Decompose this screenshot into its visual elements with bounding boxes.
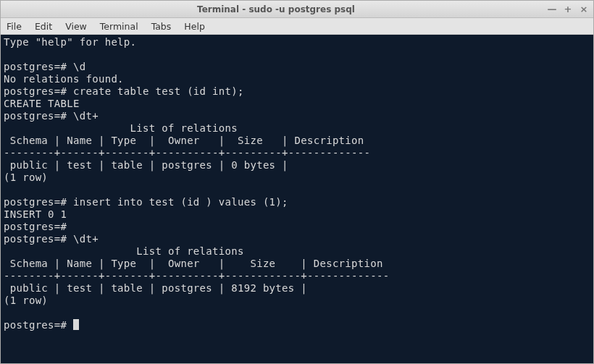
window-title: Terminal - sudo -u postgres psql xyxy=(5,4,547,14)
terminal-line: List of relations xyxy=(4,245,244,257)
menu-edit[interactable]: Edit xyxy=(35,21,52,32)
maximize-button[interactable]: + xyxy=(563,4,573,14)
close-button[interactable]: × xyxy=(579,4,589,14)
window-controls: — + × xyxy=(547,4,589,14)
menubar: File Edit View Terminal Tabs Help xyxy=(1,18,593,35)
terminal-prompt: postgres=# xyxy=(4,319,73,331)
terminal-line: postgres=# \dt+ xyxy=(4,233,99,245)
cursor-icon xyxy=(73,319,79,330)
menu-terminal[interactable]: Terminal xyxy=(100,21,138,32)
terminal-line: --------+------+-------+----------+-----… xyxy=(4,270,389,282)
terminal-line: Schema | Name | Type | Owner | Size | De… xyxy=(4,135,370,146)
terminal-window: Terminal - sudo -u postgres psql — + × F… xyxy=(0,0,594,364)
terminal-line: INSERT 0 1 xyxy=(4,208,67,220)
terminal-line: postgres=# \dt+ xyxy=(4,110,99,122)
terminal-line: public | test | table | postgres | 0 byt… xyxy=(4,159,295,171)
menu-view[interactable]: View xyxy=(65,21,87,32)
terminal-line: List of relations xyxy=(4,122,238,134)
terminal-line: --------+------+-------+----------+-----… xyxy=(4,147,370,158)
terminal-line: public | test | table | postgres | 8192 … xyxy=(4,282,314,294)
titlebar[interactable]: Terminal - sudo -u postgres psql — + × xyxy=(1,1,593,18)
terminal-line: No relations found. xyxy=(4,73,124,85)
terminal-output[interactable]: Type "help" for help. postgres=# \d No r… xyxy=(1,35,593,363)
terminal-line: Schema | Name | Type | Owner | Size | De… xyxy=(4,258,389,269)
terminal-line: (1 row) xyxy=(4,295,48,306)
minimize-button[interactable]: — xyxy=(547,4,557,14)
terminal-line: (1 row) xyxy=(4,172,48,183)
terminal-line: postgres=# create table test (id int); xyxy=(4,85,244,97)
terminal-line: postgres=# xyxy=(4,221,73,232)
terminal-line: CREATE TABLE xyxy=(4,98,80,109)
terminal-line: postgres=# \d xyxy=(4,61,85,72)
terminal-line: postgres=# insert into test (id ) values… xyxy=(4,196,288,208)
menu-help[interactable]: Help xyxy=(184,21,205,32)
menu-file[interactable]: File xyxy=(7,21,22,32)
terminal-line: Type "help" for help. xyxy=(4,36,136,48)
menu-tabs[interactable]: Tabs xyxy=(151,21,172,32)
